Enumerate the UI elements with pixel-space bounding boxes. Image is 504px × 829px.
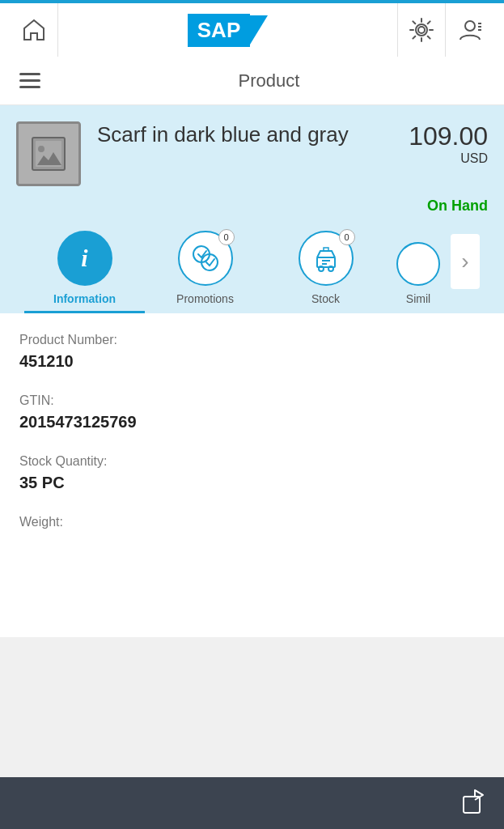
tab-similar[interactable]: Simil	[386, 242, 451, 313]
gtin-value: 2015473125769	[19, 413, 485, 432]
user-nav-item[interactable]	[446, 3, 494, 57]
stock-tab-circle: 0	[299, 231, 354, 286]
bottom-bar	[0, 777, 504, 829]
svg-point-8	[38, 146, 44, 152]
tabs-next-button[interactable]: ›	[451, 234, 480, 289]
svg-point-0	[418, 27, 425, 33]
promotions-badge: 0	[218, 229, 235, 245]
tab-promotions[interactable]: 0 Promotions	[145, 231, 265, 313]
svg-point-12	[319, 266, 324, 271]
menu-button[interactable]	[13, 66, 47, 95]
tab-stock[interactable]: 0 Stock	[265, 231, 386, 313]
promotions-icon	[190, 243, 221, 274]
stock-icon	[311, 243, 341, 274]
weight-label: Weight:	[19, 515, 485, 529]
sap-logo: SAP	[58, 14, 397, 47]
share-icon	[462, 789, 488, 814]
home-icon	[21, 17, 47, 43]
home-nav-item[interactable]	[10, 3, 58, 57]
product-status: On Hand	[16, 194, 488, 223]
info-icon: i	[81, 244, 87, 272]
product-image	[16, 121, 81, 186]
stock-quantity-label: Stock Quantity:	[19, 454, 485, 469]
stock-quantity-value: 35 PC	[19, 474, 485, 492]
information-tab-label: Information	[53, 292, 116, 305]
product-currency: USD	[460, 151, 488, 166]
field-product-number: Product Number: 451210	[19, 333, 485, 371]
similar-tab-label: Simil	[406, 292, 430, 305]
content-area: Product Number: 451210 GTIN: 20154731257…	[0, 313, 504, 637]
product-name-block: Scarf in dark blue and gray	[97, 121, 409, 149]
similar-tab-circle	[396, 242, 440, 286]
product-name: Scarf in dark blue and gray	[97, 121, 409, 149]
information-tab-circle: i	[57, 231, 112, 286]
share-button[interactable]	[462, 789, 488, 818]
stock-badge: 0	[339, 229, 355, 245]
settings-icon	[409, 17, 434, 43]
tab-information[interactable]: i Information	[24, 231, 145, 313]
svg-rect-11	[317, 257, 335, 267]
product-number-value: 451210	[19, 352, 485, 371]
product-number-label: Product Number:	[19, 333, 485, 347]
promotions-tab-circle: 0	[178, 231, 233, 286]
top-navigation: SAP	[0, 0, 504, 57]
settings-nav-item[interactable]	[397, 3, 446, 57]
svg-point-2	[465, 21, 475, 31]
sub-header: Product	[0, 57, 504, 105]
user-icon	[457, 17, 483, 43]
gtin-label: GTIN:	[19, 393, 485, 408]
field-gtin: GTIN: 2015473125769	[19, 393, 485, 432]
product-price-block: 109.00 USD	[409, 121, 488, 166]
product-card: Scarf in dark blue and gray 109.00 USD O…	[0, 105, 504, 313]
field-stock-quantity: Stock Quantity: 35 PC	[19, 454, 485, 492]
product-price: 109.00	[409, 121, 488, 151]
stock-tab-label: Stock	[311, 292, 340, 305]
field-weight: Weight:	[19, 515, 485, 529]
svg-point-13	[328, 266, 333, 271]
page-title: Product	[47, 70, 491, 91]
tabs-row: i Information 0 Promotions 0	[16, 223, 488, 313]
promotions-tab-label: Promotions	[176, 292, 234, 305]
